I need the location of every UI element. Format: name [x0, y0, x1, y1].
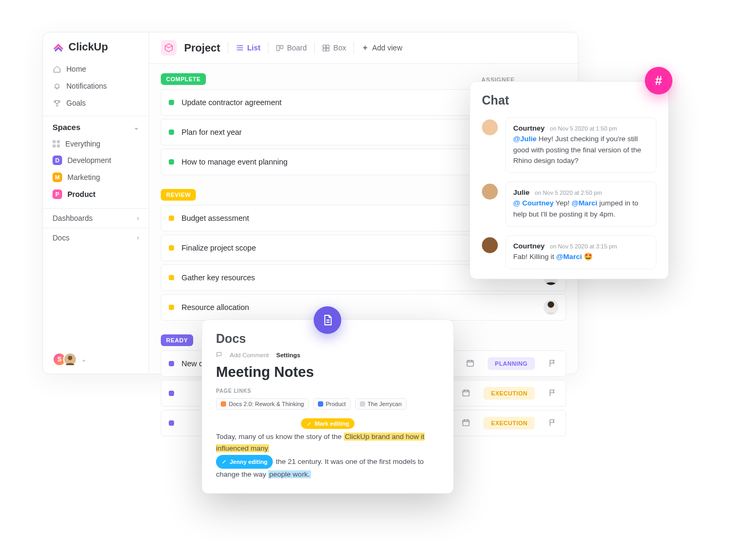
- hash-icon: #: [655, 73, 662, 88]
- editing-pill-mark[interactable]: Mark editing: [301, 418, 355, 429]
- chat-message: Julie on Nov 5 2020 at 2:50 pm @ Courtne…: [482, 182, 656, 227]
- docs-settings-button[interactable]: Settings: [277, 352, 300, 358]
- doc-body[interactable]: Today, many of us know the story of the …: [216, 431, 439, 480]
- calendar-icon[interactable]: [460, 418, 472, 428]
- assignee-avatar[interactable]: [543, 300, 558, 315]
- docs-toolbar: Add Comment Settings: [216, 351, 439, 359]
- flag-icon[interactable]: [547, 418, 558, 428]
- svg-rect-4: [326, 45, 329, 47]
- svg-rect-16: [463, 390, 469, 396]
- avatar: [482, 237, 498, 253]
- chat-author: Julie: [513, 188, 530, 196]
- view-box[interactable]: Box: [322, 44, 346, 52]
- add-comment-button[interactable]: Add Comment: [230, 352, 269, 358]
- sidebar-space-marketing[interactable]: M Marketing: [43, 169, 149, 186]
- home-icon: [53, 65, 61, 73]
- status-dot: [169, 245, 174, 251]
- docs-fab[interactable]: [314, 306, 341, 334]
- mention[interactable]: @Julie: [513, 135, 537, 143]
- chat-bubble[interactable]: Julie on Nov 5 2020 at 2:50 pm @ Courtne…: [505, 182, 656, 227]
- chat-bubble[interactable]: Courtney on Nov 5 2020 at 1:50 pm @Julie…: [505, 117, 656, 173]
- chevron-right-icon: ›: [137, 234, 139, 242]
- chevron-down-icon: ⌄: [134, 124, 139, 131]
- pencil-icon: [306, 421, 312, 427]
- chat-panel: # Chat Courtney on Nov 5 2020 at 1:50 pm…: [470, 81, 669, 279]
- trophy-icon: [53, 99, 61, 107]
- page-link-chip[interactable]: Product: [313, 398, 351, 410]
- page-link-chip[interactable]: The Jerrycan: [355, 398, 407, 410]
- svg-rect-3: [323, 45, 326, 47]
- space-label: Development: [67, 156, 111, 165]
- everything-icon: [53, 140, 60, 148]
- list-icon: [236, 44, 244, 52]
- sidebar-item-notifications[interactable]: Notifications: [43, 77, 149, 94]
- nav-label: Notifications: [66, 82, 107, 90]
- chip-label: Product: [326, 401, 346, 407]
- stage-badge[interactable]: EXECUTION: [483, 387, 535, 400]
- task-row[interactable]: Resource allocation: [161, 294, 566, 321]
- sidebar-item-dashboards[interactable]: Dashboards ›: [43, 208, 149, 228]
- spaces-header[interactable]: Spaces ⌄: [43, 116, 149, 136]
- status-tag-review[interactable]: REVIEW: [161, 189, 196, 201]
- brand-text: ClickUp: [68, 41, 108, 53]
- status-dot: [169, 159, 174, 165]
- chat-bubble[interactable]: Courtney on Nov 5 2020 at 3:15 pm Fab! K…: [505, 235, 656, 270]
- highlight-jenny: people work.: [268, 470, 311, 478]
- sidebar-space-development[interactable]: D Development: [43, 152, 149, 169]
- divider: [228, 42, 228, 54]
- svg-point-13: [548, 301, 554, 308]
- chevron-down-icon: ⌄: [81, 356, 87, 363]
- bell-icon: [53, 82, 61, 90]
- sidebar-item-goals[interactable]: Goals: [43, 94, 149, 111]
- page-link-chip[interactable]: Docs 2.0: Rework & Thinking: [216, 398, 309, 410]
- view-board[interactable]: Board: [276, 44, 307, 52]
- add-view-button[interactable]: ＋ Add view: [361, 43, 402, 53]
- calendar-icon[interactable]: [464, 359, 476, 369]
- space-icon: D: [53, 156, 62, 165]
- editing-label: Mark editing: [315, 420, 349, 427]
- status-tag-ready[interactable]: READY: [161, 334, 193, 346]
- clickup-logo-icon: [53, 41, 64, 53]
- stage-badge[interactable]: EXECUTION: [483, 417, 535, 429]
- avatar: [482, 119, 498, 135]
- brand: ClickUp: [43, 32, 149, 61]
- stage-badge[interactable]: PLANNING: [488, 357, 535, 370]
- flag-icon[interactable]: [547, 359, 558, 369]
- mention[interactable]: @ Courtney: [513, 199, 554, 207]
- sidebar-footer-avatars[interactable]: S ⌄: [43, 345, 149, 374]
- page-links-label: PAGE LINKS: [216, 388, 439, 394]
- chip-color-icon: [318, 401, 323, 407]
- chip-label: Docs 2.0: Rework & Thinking: [229, 401, 304, 407]
- chat-message: Courtney on Nov 5 2020 at 1:50 pm @Julie…: [482, 117, 656, 173]
- status-dot: [169, 361, 174, 366]
- svg-rect-1: [277, 45, 279, 50]
- svg-rect-15: [467, 360, 473, 366]
- nav-label: Goals: [66, 99, 86, 107]
- chat-timestamp: on Nov 5 2020 at 2:50 pm: [535, 189, 602, 196]
- svg-rect-5: [323, 48, 326, 51]
- plus-icon: ＋: [361, 43, 369, 53]
- topbar: Project List Board Box ＋ Add view: [149, 32, 578, 64]
- chat-title: Chat: [482, 93, 656, 108]
- editing-label: Jenny editing: [230, 457, 267, 467]
- status-dot: [169, 275, 174, 280]
- box-icon: [322, 44, 330, 52]
- pencil-icon: [221, 459, 227, 464]
- project-cube-icon: [161, 40, 177, 56]
- docs-heading[interactable]: Meeting Notes: [216, 364, 439, 381]
- mention[interactable]: @Marci: [572, 199, 597, 207]
- board-icon: [276, 44, 284, 52]
- view-list[interactable]: List: [236, 44, 261, 52]
- spaces-label: Spaces: [53, 123, 81, 132]
- calendar-icon[interactable]: [460, 389, 472, 399]
- flag-icon[interactable]: [547, 389, 558, 399]
- chat-fab[interactable]: #: [645, 67, 672, 94]
- editing-pill-jenny[interactable]: Jenny editing: [216, 455, 273, 469]
- task-title: Resource allocation: [182, 303, 543, 312]
- mention[interactable]: @Marci: [556, 253, 582, 261]
- sidebar-item-everything[interactable]: Everything: [43, 136, 149, 152]
- sidebar-item-docs[interactable]: Docs ›: [43, 228, 149, 247]
- status-tag-complete[interactable]: COMPLETE: [161, 73, 206, 85]
- sidebar-space-product[interactable]: P Product: [43, 186, 149, 203]
- sidebar-item-home[interactable]: Home: [43, 61, 149, 77]
